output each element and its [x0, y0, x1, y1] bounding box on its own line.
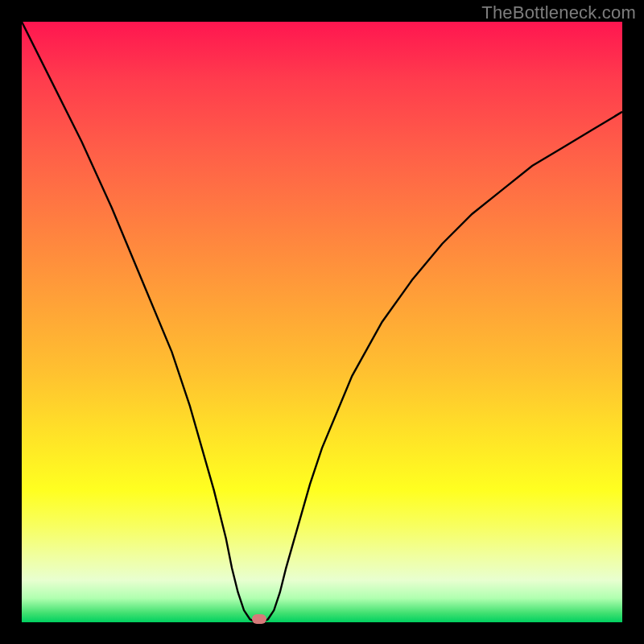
chart-plot-area [22, 22, 622, 622]
watermark-label: TheBottleneck.com [481, 2, 636, 23]
bottleneck-curve [22, 22, 622, 622]
chart-frame: TheBottleneck.com [0, 0, 644, 644]
curve-path [22, 22, 622, 622]
optimal-point-marker [252, 614, 266, 624]
